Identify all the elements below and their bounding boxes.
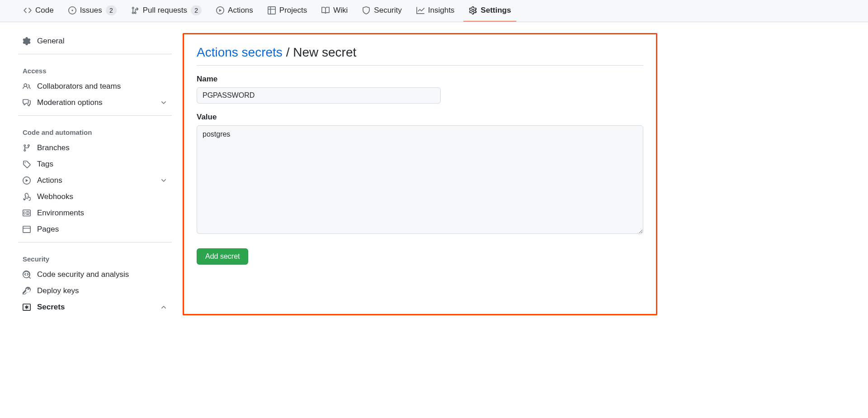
tab-label: Code — [35, 6, 54, 15]
webhook-icon — [23, 193, 32, 201]
secret-value-textarea[interactable] — [197, 125, 643, 234]
sidebar-label: Actions — [37, 176, 62, 185]
sidebar-deploy-keys[interactable]: Deploy keys — [18, 283, 172, 299]
repo-tab-nav: Code Issues 2 Pull requests 2 Actions — [0, 0, 868, 22]
sidebar-section-security: Security — [18, 247, 172, 266]
sidebar-section-access: Access — [18, 59, 172, 78]
sidebar-pages[interactable]: Pages — [18, 221, 172, 238]
sidebar-label: General — [37, 37, 64, 46]
tab-wiki[interactable]: Wiki — [316, 0, 353, 22]
add-secret-button[interactable]: Add secret — [197, 248, 248, 265]
tab-label: Issues — [80, 6, 102, 15]
sidebar-code-security[interactable]: Code security and analysis — [18, 266, 172, 283]
value-label: Value — [197, 113, 643, 122]
sidebar-actions[interactable]: Actions — [18, 172, 172, 189]
git-pull-request-icon — [131, 6, 139, 14]
tab-label: Pull requests — [143, 6, 187, 15]
sidebar-label: Code security and analysis — [37, 270, 129, 279]
tab-projects[interactable]: Projects — [262, 0, 312, 22]
people-icon — [23, 82, 32, 90]
tab-settings[interactable]: Settings — [463, 0, 516, 22]
tab-label: Insights — [428, 6, 455, 15]
sidebar-label: Environments — [37, 209, 84, 218]
sidebar-environments[interactable]: Environments — [18, 205, 172, 221]
tag-icon — [23, 160, 32, 168]
tab-code[interactable]: Code — [18, 0, 59, 22]
codescan-icon — [23, 271, 32, 279]
table-icon — [268, 6, 276, 14]
sidebar-label: Pages — [37, 225, 59, 234]
pulls-count: 2 — [191, 5, 202, 15]
sidebar-label: Tags — [37, 160, 53, 169]
comment-discussion-icon — [23, 99, 32, 107]
tab-insights[interactable]: Insights — [411, 0, 460, 22]
sidebar-secrets[interactable]: Secrets — [18, 299, 172, 315]
name-label: Name — [197, 75, 643, 84]
play-icon — [216, 6, 224, 14]
chevron-down-icon — [160, 99, 167, 106]
tab-security[interactable]: Security — [357, 0, 407, 22]
sidebar-label: Webhooks — [37, 192, 73, 201]
sidebar-collaborators[interactable]: Collaborators and teams — [18, 78, 172, 95]
chevron-up-icon — [160, 304, 167, 311]
sidebar-label: Moderation options — [37, 98, 103, 107]
sidebar-label: Deploy keys — [37, 286, 79, 295]
tab-label: Projects — [279, 6, 307, 15]
key-asterisk-icon — [23, 303, 32, 311]
tab-actions[interactable]: Actions — [211, 0, 259, 22]
chevron-down-icon — [160, 177, 167, 184]
breadcrumb-current: New secret — [293, 45, 356, 59]
settings-sidebar: General Access Collaborators and teams M… — [18, 33, 172, 315]
server-icon — [23, 209, 32, 217]
tab-label: Actions — [228, 6, 253, 15]
browser-icon — [23, 225, 32, 233]
play-icon — [23, 176, 32, 185]
sidebar-general[interactable]: General — [18, 33, 172, 49]
sidebar-label: Collaborators and teams — [37, 82, 121, 91]
tab-issues[interactable]: Issues 2 — [63, 0, 122, 22]
book-icon — [321, 6, 330, 14]
shield-icon — [362, 6, 370, 14]
tab-label: Security — [374, 6, 401, 15]
tab-label: Settings — [481, 6, 511, 15]
key-icon — [23, 287, 32, 295]
tab-label: Wiki — [333, 6, 348, 15]
sidebar-label: Secrets — [37, 303, 65, 312]
tab-pull-requests[interactable]: Pull requests 2 — [126, 0, 207, 22]
gear-icon — [23, 37, 32, 45]
issues-count: 2 — [106, 5, 117, 15]
sidebar-section-automation: Code and automation — [18, 120, 172, 140]
sidebar-label: Branches — [37, 143, 70, 152]
sidebar-tags[interactable]: Tags — [18, 156, 172, 172]
sidebar-moderation[interactable]: Moderation options — [18, 95, 172, 111]
issue-opened-icon — [68, 6, 76, 14]
main-content: Actions secrets / New secret Name Value … — [183, 33, 657, 315]
secret-name-input[interactable] — [197, 87, 441, 104]
sidebar-branches[interactable]: Branches — [18, 140, 172, 156]
code-icon — [24, 6, 32, 14]
gear-icon — [469, 6, 477, 14]
page-title: Actions secrets / New secret — [197, 45, 643, 66]
breadcrumb-parent[interactable]: Actions secrets — [197, 45, 283, 59]
sidebar-webhooks[interactable]: Webhooks — [18, 189, 172, 205]
git-branch-icon — [23, 144, 32, 152]
graph-icon — [416, 6, 425, 14]
breadcrumb-separator: / — [286, 45, 290, 59]
